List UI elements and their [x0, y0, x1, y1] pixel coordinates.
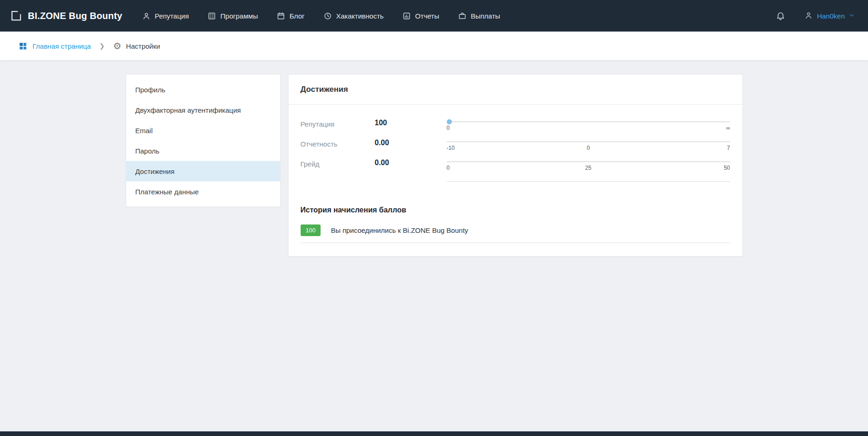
- bell-icon: [776, 11, 785, 21]
- metric-row-reputation: Репутация 100 0 ∞: [301, 119, 730, 131]
- metric-scale: -10 0 7: [447, 139, 730, 151]
- slider-track: [447, 141, 730, 142]
- sidebar-item-achievements[interactable]: Достижения: [126, 161, 280, 181]
- payouts-icon: [458, 12, 467, 20]
- metric-row-reporting: Отчетность 0.00 -10 0 7: [301, 139, 730, 151]
- slider-handle: [447, 119, 452, 124]
- metric-label: Отчетность: [301, 139, 375, 148]
- history-entry: 100 Вы присоединились к Bi.ZONE Bug Boun…: [301, 224, 730, 243]
- settings-page: Профиль Двухфакторная аутентификация Ema…: [126, 74, 743, 256]
- navbar-right: Han0ken: [776, 11, 855, 21]
- metric-value: 100: [375, 119, 447, 127]
- username: Han0ken: [817, 12, 845, 20]
- slider-track: [447, 121, 730, 122]
- chevron-down-icon: [849, 12, 855, 20]
- achievements-panel: Достижения Репутация 100 0 ∞ Отчетность: [288, 74, 743, 256]
- sidebar-item-profile[interactable]: Профиль: [126, 79, 280, 100]
- sidebar-item-payment-data[interactable]: Платежные данные: [126, 181, 280, 202]
- tick-min: -10: [447, 145, 455, 151]
- scale-ticks: -10 0 7: [447, 145, 730, 151]
- metric-row-grade: Грейд 0.00 0 25 50: [301, 159, 730, 182]
- metric-value: 0.00: [375, 159, 447, 167]
- slider-track: [447, 161, 730, 162]
- tick-min: 0: [447, 125, 450, 131]
- top-navbar: BI.ZONE Bug Bounty Репутация Программы Б…: [0, 0, 868, 32]
- scale-ticks: 0 ∞: [447, 125, 730, 131]
- brand-title: BI.ZONE Bug Bounty: [28, 11, 122, 21]
- metric-label: Репутация: [301, 119, 375, 128]
- breadcrumb: Главная страница ❯ ⚙︎ Настройки: [0, 32, 868, 60]
- breadcrumb-current: ⚙︎ Настройки: [113, 41, 161, 51]
- bizone-logo-icon: [10, 10, 22, 22]
- user-icon: [804, 11, 813, 21]
- breadcrumb-home-link[interactable]: Главная страница: [19, 42, 91, 51]
- sidebar-item-password[interactable]: Пароль: [126, 141, 280, 161]
- nav-item-reputation[interactable]: Репутация: [142, 12, 189, 20]
- tick-mid: 25: [585, 165, 591, 171]
- notifications-button[interactable]: [776, 11, 785, 21]
- footer: [0, 431, 868, 436]
- blog-icon: [276, 12, 285, 20]
- reputation-icon: [142, 12, 151, 20]
- nav-item-payouts[interactable]: Выплаты: [458, 12, 500, 20]
- history-entry-text: Вы присоединились к Bi.ZONE Bug Bounty: [331, 226, 468, 234]
- history-title: История начисления баллов: [289, 199, 742, 217]
- scale-ticks: 0 25 50: [447, 165, 730, 171]
- metric-value: 0.00: [375, 139, 447, 147]
- reports-icon: [402, 12, 411, 20]
- metric-scale: 0 25 50: [447, 159, 730, 182]
- main-navigation: Репутация Программы Блог Хакактивность О…: [142, 12, 500, 20]
- programs-icon: [207, 12, 216, 20]
- settings-menu: Профиль Двухфакторная аутентификация Ema…: [126, 74, 281, 207]
- tick-min: 0: [447, 165, 450, 171]
- metric-label: Грейд: [301, 159, 375, 168]
- tick-max: 50: [724, 165, 730, 171]
- points-badge: 100: [301, 224, 321, 236]
- nav-item-programs[interactable]: Программы: [207, 12, 258, 20]
- sidebar-item-two-factor[interactable]: Двухфакторная аутентификация: [126, 100, 280, 120]
- brand-logo-home[interactable]: BI.ZONE Bug Bounty: [10, 10, 122, 22]
- hackactivity-icon: [323, 12, 332, 20]
- tick-max: 7: [727, 145, 730, 151]
- metric-scale: 0 ∞: [447, 119, 730, 131]
- metrics-list: Репутация 100 0 ∞ Отчетность 0.00: [289, 105, 742, 192]
- panel-title: Достижения: [289, 75, 742, 105]
- tick-mid: 0: [587, 145, 590, 151]
- gear-icon: ⚙︎: [113, 41, 122, 51]
- breadcrumb-separator-icon: ❯: [99, 42, 105, 50]
- nav-item-reports[interactable]: Отчеты: [402, 12, 439, 20]
- nav-item-hackactivity[interactable]: Хакактивность: [323, 12, 384, 20]
- tick-max: ∞: [726, 125, 730, 131]
- nav-item-blog[interactable]: Блог: [276, 12, 304, 20]
- user-menu[interactable]: Han0ken: [804, 11, 855, 21]
- sidebar-item-email[interactable]: Email: [126, 120, 280, 141]
- dashboard-grid-icon: [19, 42, 27, 51]
